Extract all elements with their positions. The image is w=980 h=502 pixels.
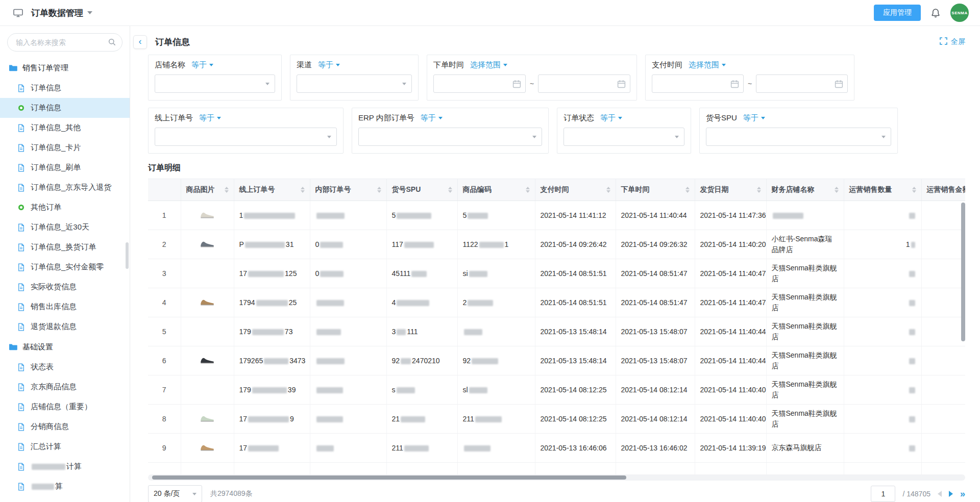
column-header[interactable]: 商品图片 <box>181 179 234 200</box>
last-page-button[interactable] <box>960 489 965 499</box>
column-header[interactable]: 财务店铺名称 <box>766 179 844 200</box>
page-size-select[interactable]: 20 条/页 <box>148 485 202 502</box>
collapse-sidebar-button[interactable] <box>133 35 147 49</box>
table-row[interactable]: 51797331112021-05-13 15:48:142021-05-13 … <box>148 317 965 346</box>
sort-icon[interactable] <box>448 187 452 193</box>
cell-spu: 21 <box>386 404 457 433</box>
column-header[interactable]: 运营销售金额 <box>921 179 965 200</box>
page-input[interactable] <box>871 486 895 502</box>
filter-operator[interactable]: 等于 <box>743 113 765 123</box>
sidebar-item[interactable]: 状态表 <box>0 357 130 377</box>
sidebar-group-header[interactable]: 基础设置 <box>0 337 130 357</box>
filter-operator[interactable]: 选择范围 <box>689 60 726 70</box>
sidebar-item[interactable]: 订单信息_京东导入退货 <box>0 178 130 197</box>
sort-icon[interactable] <box>835 187 839 193</box>
sidebar-item[interactable]: 店铺信息（重要） <box>0 397 130 417</box>
sidebar-item[interactable]: 订单信息 <box>0 78 130 98</box>
product-image-cell[interactable] <box>181 200 234 230</box>
filter-value-select[interactable] <box>358 128 542 146</box>
column-header[interactable]: 内部订单号 <box>310 179 386 200</box>
sort-icon[interactable] <box>757 187 761 193</box>
sidebar-group-header[interactable]: 销售订单管理 <box>0 58 130 78</box>
sort-icon[interactable] <box>225 187 229 193</box>
sidebar-item[interactable]: 订单信息_实付金额零 <box>0 257 130 277</box>
filter-panel: 店铺名称等于渠道等于下单时间选择范围~支付时间选择范围~ 线上订单号等于ERP … <box>130 54 980 159</box>
sidebar-item[interactable]: 订单信息_其他 <box>0 118 130 138</box>
next-page-button[interactable] <box>949 489 953 499</box>
cell-store: 天猫Senma鞋类旗舰店 <box>766 404 844 433</box>
filter-value-select[interactable] <box>297 74 412 93</box>
column-header[interactable]: 运营销售数量 <box>844 179 921 200</box>
column-header[interactable]: 发货日期 <box>695 179 766 200</box>
filter-value-select[interactable] <box>155 128 337 146</box>
product-image-cell[interactable] <box>181 230 234 259</box>
app-manage-button[interactable]: 应用管理 <box>874 5 921 21</box>
sidebar-item[interactable]: 算 <box>0 476 130 496</box>
sidebar-item[interactable]: 订单信息_刷单 <box>0 158 130 178</box>
sidebar-item[interactable]: 其他订单 <box>0 197 130 217</box>
table-row[interactable]: 61792653473922470210922021-05-13 15:48:1… <box>148 346 965 375</box>
horizontal-scrollbar[interactable] <box>148 474 965 481</box>
sort-icon[interactable] <box>526 187 530 193</box>
filter-value-select[interactable] <box>706 128 891 146</box>
sort-icon[interactable] <box>912 187 916 193</box>
filter-value-select[interactable] <box>155 74 275 93</box>
product-image-cell[interactable] <box>181 404 234 433</box>
date-input-end[interactable] <box>756 74 848 93</box>
sidebar-item[interactable]: 汇总计算 <box>0 437 130 457</box>
sidebar-item[interactable]: 计算 <box>0 457 130 476</box>
column-header[interactable]: 线上订单号 <box>234 179 310 200</box>
sidebar-scrollbar[interactable] <box>126 242 129 269</box>
table-row[interactable]: 11552021-05-14 11:41:122021-05-14 11:40:… <box>148 200 965 230</box>
sidebar-item[interactable]: 销售出库信息 <box>0 297 130 317</box>
column-header[interactable]: 下单时间 <box>616 179 695 200</box>
table-row[interactable]: 2P310117112212021-05-14 09:26:422021-05-… <box>148 230 965 259</box>
horizontal-scrollbar-thumb[interactable] <box>152 475 626 480</box>
filter-value-select[interactable] <box>564 128 684 146</box>
column-header[interactable]: 支付时间 <box>535 179 616 200</box>
sort-icon[interactable] <box>685 187 690 193</box>
sidebar-item[interactable]: 订单信息_换货订单 <box>0 237 130 257</box>
filter-operator[interactable]: 等于 <box>199 113 221 123</box>
column-header[interactable]: 商品编码 <box>457 179 535 200</box>
sidebar-item[interactable]: 店铺低动销计算 <box>0 496 130 502</box>
sidebar-item[interactable]: 订单信息_卡片 <box>0 138 130 158</box>
avatar[interactable]: SENMA <box>950 4 969 22</box>
bell-icon[interactable] <box>931 8 940 18</box>
cell-internal <box>310 375 386 404</box>
vertical-scrollbar[interactable] <box>961 203 965 473</box>
sort-icon[interactable] <box>606 187 610 193</box>
column-header[interactable]: 货号SPU <box>386 179 457 200</box>
table-row[interactable]: 317125045111si2021-05-14 08:51:512021-05… <box>148 259 965 288</box>
sidebar-item[interactable]: 退货退款信息 <box>0 317 130 337</box>
date-input-end[interactable] <box>538 74 630 93</box>
sort-icon[interactable] <box>301 187 305 193</box>
filter-operator[interactable]: 等于 <box>191 60 213 70</box>
table-row[interactable]: 717939ssl2021-05-14 08:12:252021-05-14 0… <box>148 375 965 404</box>
calendar-icon <box>730 80 739 90</box>
date-input-start[interactable] <box>652 74 744 93</box>
date-input-start[interactable] <box>433 74 526 93</box>
sidebar-item[interactable]: 订单信息_近30天 <box>0 217 130 237</box>
fullscreen-button[interactable]: 全屏 <box>940 37 965 46</box>
sidebar-item[interactable]: 分销商信息 <box>0 417 130 437</box>
filter-operator[interactable]: 等于 <box>600 113 622 123</box>
product-image-cell[interactable] <box>181 288 234 317</box>
table-row[interactable]: 9172112021-05-13 16:46:062021-05-13 16:4… <box>148 433 965 462</box>
filter-operator[interactable]: 等于 <box>421 113 443 123</box>
product-image-cell[interactable] <box>181 346 234 375</box>
search-input[interactable] <box>7 33 122 52</box>
vertical-scrollbar-thumb[interactable] <box>961 203 965 341</box>
sidebar-item[interactable]: 订单信息 <box>0 98 130 118</box>
sort-icon[interactable] <box>377 187 381 193</box>
breadcrumb[interactable]: 订单数据管理 <box>31 7 92 19</box>
prev-page-button[interactable] <box>938 489 942 499</box>
product-image-cell[interactable] <box>181 433 234 462</box>
sidebar-item[interactable]: 京东商品信息 <box>0 377 130 397</box>
table-row[interactable]: 4179425422021-05-14 08:51:512021-05-14 0… <box>148 288 965 317</box>
filter-operator[interactable]: 选择范围 <box>470 60 507 70</box>
sidebar-item[interactable]: 实际收货信息 <box>0 277 130 297</box>
filter-operator[interactable]: 等于 <box>318 60 340 70</box>
app-window-icon[interactable] <box>13 9 23 17</box>
table-row[interactable]: 8179212112021-05-14 08:12:252021-05-14 0… <box>148 404 965 433</box>
